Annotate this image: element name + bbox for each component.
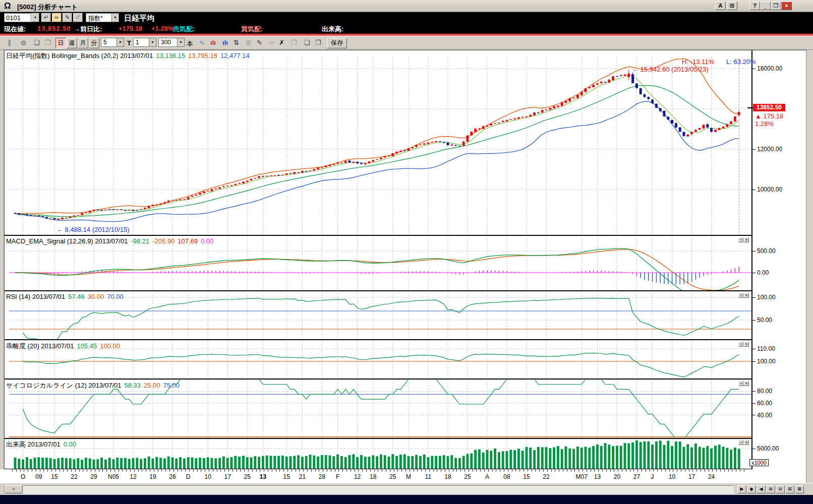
red-histogram-icon[interactable]: ılı	[208, 38, 218, 48]
current-price-value: 13,852.50	[37, 25, 71, 32]
copy-page-icon[interactable]: ❐	[42, 38, 53, 48]
panel-close-button[interactable]: ×	[744, 440, 749, 445]
rsi-panel-title: RSI (14) 2013/07/01	[6, 293, 65, 300]
annotation-high-pct: H: -13.11%	[682, 58, 714, 66]
macd-panel-header: MACD_EMA_Signal (12,26,9) 2013/07/01-98.…	[6, 237, 216, 245]
bollinger-lower-value: 12,477.14	[220, 52, 250, 59]
maximize-button[interactable]: ❐	[771, 2, 781, 10]
save-button[interactable]: 保存	[327, 38, 347, 48]
x-axis-label: A	[485, 473, 489, 480]
x-axis-strip: O09152229N05121926D10172513152128F121825…	[0, 469, 806, 483]
kairi-baseline-value: 100.00	[100, 342, 120, 350]
y-axis-label: 10000.00	[757, 186, 782, 193]
panel-minimize-button[interactable]: −	[738, 342, 743, 347]
scrollbar-button-1[interactable]: ◆	[747, 485, 756, 493]
y-axis-tick	[752, 190, 756, 190]
copy-icon[interactable]: ❐	[288, 38, 299, 48]
panel-close-button[interactable]: ×	[744, 237, 749, 242]
trendline-icon[interactable]: ∿	[197, 38, 207, 48]
bars-unit-label: 本	[187, 39, 193, 48]
binoculars-icon[interactable]: ∞	[52, 13, 62, 22]
chevron-down-icon[interactable]: ▼	[117, 38, 124, 46]
x-axis-label: J	[651, 473, 654, 480]
sort-arrows-icon[interactable]: ⇅	[231, 38, 242, 48]
main-panel-header: 日経平均(指数) Bollinger_Bands (20,2) 2013/07/…	[6, 51, 253, 60]
psych-upper-value: 75.00	[163, 382, 180, 389]
panel-close-button[interactable]: ×	[744, 342, 749, 347]
y-axis-label: 12000.00	[757, 146, 782, 153]
new-page-icon[interactable]: ❏	[31, 38, 42, 48]
change-value: +175.18	[119, 25, 142, 32]
bar-count-dropdown[interactable]: 300 ▼	[158, 38, 185, 47]
panel-minimize-button[interactable]: −	[738, 381, 743, 386]
x-axis-label: 13	[594, 473, 601, 480]
panel-close-button[interactable]: ×	[744, 381, 749, 386]
font-size-button[interactable]: A	[715, 2, 726, 10]
chevron-down-icon[interactable]: ▼	[177, 38, 184, 46]
category-dropdown[interactable]: 指数* ▼	[86, 13, 119, 22]
enter-button[interactable]: ↵	[41, 13, 51, 22]
chevron-down-icon[interactable]: ▼	[149, 38, 156, 46]
pencil-icon[interactable]: ✎	[254, 38, 265, 48]
x-axis-label: 21	[299, 473, 306, 480]
title-bar: Ω [5002] 分析チャート A ⊞ ? _ ❐ ×	[0, 0, 813, 12]
y-axis-label: 500.00	[757, 247, 776, 255]
annotation-peak-price: ← 15,942.60 (2013/05/23)	[632, 66, 709, 73]
delete-icon[interactable]: ✗	[276, 38, 287, 48]
grid-icon[interactable]: ⊞	[243, 38, 254, 48]
y-axis-label: 16000.00	[757, 65, 782, 72]
interval-dropdown[interactable]: 1 ▼	[133, 38, 156, 47]
period-month-button[interactable]: 月	[78, 38, 88, 48]
edit-icon[interactable]: ✎	[63, 13, 72, 22]
layout-button[interactable]: ⊞	[727, 2, 737, 10]
scrollbar-button-0[interactable]: ▶	[737, 485, 746, 493]
scrollbar-button-4[interactable]: ⊖	[776, 485, 785, 493]
x-axis-label: 29	[90, 473, 97, 480]
close-button[interactable]: ×	[781, 2, 792, 10]
panel-close-button[interactable]: ×	[744, 293, 749, 298]
panel-minimize-button[interactable]: −	[738, 237, 743, 242]
zoom-icon[interactable]: ⊙	[18, 38, 29, 48]
help-button[interactable]: ?	[749, 2, 760, 10]
symbol-dropdown-button[interactable]: ▼	[31, 13, 39, 22]
page-c-icon[interactable]: ❐	[313, 38, 323, 48]
x-axis-label: 20	[614, 473, 620, 480]
x-axis-label: 09	[35, 473, 42, 480]
panel-minimize-button[interactable]: −	[738, 440, 743, 445]
x-axis-label: 17	[224, 473, 231, 480]
brush-icon[interactable]: ✐	[73, 13, 83, 22]
bar-width-dropdown[interactable]: 5 ▼	[101, 38, 124, 47]
volume-panel-title: 出来高 2013/07/01	[6, 440, 61, 448]
app-logo-icon: Ω	[4, 1, 11, 11]
y-axis-label: 80.00	[757, 388, 772, 395]
scrollbar-button-5[interactable]: ⊞	[785, 485, 794, 493]
scrollbar-button-6[interactable]: ⊠	[795, 485, 804, 493]
symbol-input[interactable]	[4, 13, 31, 22]
chart-stage[interactable]: 日経平均(指数) Bollinger_Bands (20,2) 2013/07/…	[0, 50, 806, 469]
price-chart-canvas[interactable]	[4, 50, 752, 470]
x-axis-label: 22	[543, 473, 549, 480]
period-day-button[interactable]: 日	[55, 38, 66, 48]
scrollbar-button-2[interactable]: ◀	[757, 485, 766, 493]
y-axis-label: 100.00	[757, 358, 776, 365]
x-axis-label: 28	[319, 473, 325, 480]
rsi-panel-header: RSI (14) 2013/07/0157.4630.0070.00	[6, 293, 127, 300]
period-week-button[interactable]: 週	[67, 38, 77, 48]
minimize-button[interactable]: _	[760, 2, 771, 10]
eraser-icon[interactable]: ▱	[266, 38, 277, 48]
x-axis-label: 25	[389, 473, 396, 480]
candlestick-icon[interactable]: ∥	[4, 38, 15, 48]
panel-minimize-button[interactable]: −	[738, 293, 743, 298]
y-axis-label: 110.00	[757, 345, 775, 352]
x-axis-label: 13	[260, 473, 266, 480]
x-axis-label: 15	[51, 473, 57, 480]
y-axis-label: 60.00	[757, 400, 772, 407]
scrollbar-thumb[interactable]: ≡	[5, 485, 23, 493]
blue-histogram-icon[interactable]: ılı	[220, 38, 230, 48]
change-pct-value: +1.28%	[151, 25, 173, 32]
period-minute-button[interactable]: 分	[89, 38, 99, 48]
chevron-down-icon[interactable]: ▼	[111, 14, 119, 22]
page-p-icon[interactable]: ❏	[302, 38, 312, 48]
horizontal-scrollbar[interactable]	[4, 485, 733, 493]
scrollbar-button-3[interactable]: ⊕	[766, 485, 775, 493]
